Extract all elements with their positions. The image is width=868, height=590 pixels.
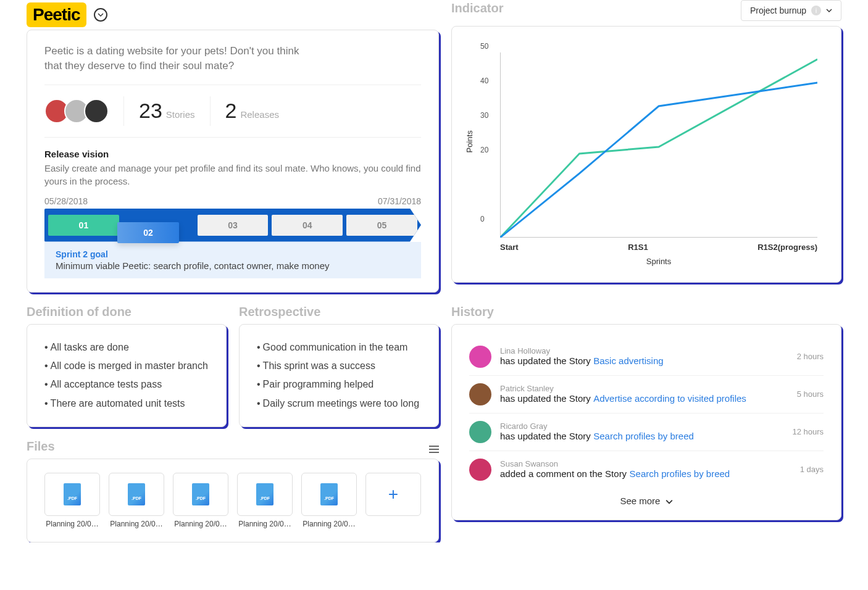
- project-card: Peetic is a dating website for your pets…: [27, 30, 439, 293]
- history-user: Susan Swanson: [500, 459, 791, 468]
- stories-count: 23: [139, 99, 162, 122]
- team-avatars[interactable]: [44, 99, 109, 123]
- history-user: Lina Holloway: [500, 346, 788, 355]
- project-description: Peetic is a dating website for your pets…: [44, 44, 304, 73]
- history-title: History: [451, 305, 841, 319]
- dod-card: All tasks are done All code is merged in…: [27, 324, 227, 428]
- sprint-02[interactable]: 02: [117, 222, 179, 243]
- file-name: Planning 20/0…: [44, 520, 100, 528]
- file[interactable]: [44, 473, 100, 516]
- dod-title: Definition of done: [27, 305, 227, 319]
- history-time: 2 hours: [797, 352, 824, 361]
- indicator-select-label: Project burnup: [750, 6, 806, 15]
- start-date: 05/28/2018: [44, 196, 88, 206]
- x-axis-label: Sprints: [500, 257, 817, 266]
- releases-label: Releases: [240, 109, 279, 120]
- retro-item: Pair programming helped: [257, 375, 421, 394]
- retro-item: This sprint was a success: [257, 357, 421, 375]
- indicator-card: Points 50 40 30 20 0 Start R1S1 R1S2(: [451, 26, 841, 283]
- history-action: has updated the Story: [500, 355, 591, 366]
- retro-title: Retrospective: [239, 305, 439, 319]
- sprint-03[interactable]: 03: [198, 215, 269, 236]
- release-vision-title: Release vision: [44, 149, 421, 159]
- xtick: Start: [500, 243, 519, 252]
- release-bar: 01 03 04 05: [44, 209, 421, 242]
- indicator-select[interactable]: Project burnup i: [741, 0, 841, 21]
- pdf-icon: [128, 483, 145, 505]
- history-item: Lina Holloway has updated the Story Basi…: [469, 338, 824, 376]
- file[interactable]: [173, 473, 228, 516]
- see-more-label: See more: [620, 496, 660, 506]
- retro-item: Good communication in the team: [257, 338, 421, 357]
- avatar[interactable]: [469, 383, 491, 405]
- file-name: Planning 20/0…: [173, 520, 228, 528]
- ytick: 20: [480, 146, 488, 154]
- history-time: 12 hours: [792, 427, 824, 436]
- xtick: R1S2(progress): [757, 243, 817, 252]
- history-user: Patrick Stanley: [500, 384, 788, 393]
- indicator-title: Indicator: [451, 1, 503, 15]
- dod-item: There are automated unit tests: [44, 394, 209, 413]
- history-card: Lina Holloway has updated the Story Basi…: [451, 324, 841, 520]
- burnup-chart: [500, 52, 817, 238]
- history-link[interactable]: Basic advertising: [593, 355, 663, 366]
- logo: Peetic: [27, 2, 86, 27]
- file-name: Planning 20/0…: [237, 520, 293, 528]
- sprint-goal-box: Sprint 2 goal Minimum viable Peetic: sea…: [44, 242, 421, 278]
- see-more-button[interactable]: See more: [469, 488, 824, 506]
- avatar[interactable]: [469, 459, 491, 481]
- retro-card: Good communication in the team This spri…: [239, 324, 439, 428]
- plus-icon: +: [388, 484, 398, 504]
- releases-count: 2: [225, 99, 237, 122]
- history-action: has updated the Story: [500, 393, 591, 404]
- avatar[interactable]: [469, 421, 491, 443]
- files-title: Files: [27, 439, 55, 454]
- add-file-button[interactable]: +: [365, 473, 421, 516]
- chevron-down-icon: [666, 498, 673, 505]
- xtick: R1S1: [628, 243, 648, 252]
- file[interactable]: [109, 473, 164, 516]
- file[interactable]: [237, 473, 293, 516]
- stories-label: Stories: [166, 109, 195, 120]
- release-vision-text: Easily create and manage your pet profil…: [44, 162, 421, 188]
- file[interactable]: [301, 473, 357, 516]
- history-link[interactable]: Search profiles by breed: [593, 431, 694, 441]
- y-axis-label: Points: [465, 130, 474, 152]
- dod-item: All acceptance tests pass: [44, 375, 209, 394]
- avatar[interactable]: [84, 99, 109, 123]
- end-date: 07/31/2018: [378, 196, 421, 206]
- history-time: 5 hours: [797, 389, 824, 399]
- sprint-01[interactable]: 01: [48, 215, 119, 236]
- sprint-goal-text: Minimum viable Peetic: search profile, c…: [56, 260, 410, 271]
- pdf-icon: [256, 483, 273, 505]
- dod-item: All code is merged in master branch: [44, 357, 209, 375]
- ytick: 50: [480, 42, 488, 51]
- history-user: Ricardo Gray: [500, 422, 783, 431]
- history-link[interactable]: Advertise according to visited profiles: [593, 393, 746, 404]
- file-name: Planning 20/0…: [109, 520, 164, 528]
- ytick: 40: [480, 77, 488, 85]
- ytick: 0: [480, 215, 485, 223]
- pdf-icon: [192, 483, 209, 505]
- chevron-down-icon: [826, 7, 832, 14]
- history-item: Patrick Stanley has updated the Story Ad…: [469, 376, 824, 413]
- files-card: Planning 20/0… Planning 20/0… Planning 2…: [27, 459, 439, 542]
- history-link[interactable]: Search profiles by breed: [630, 468, 730, 479]
- file-name: Planning 20/0…: [301, 520, 357, 528]
- retro-item: Daily scrum meetings were too long: [257, 394, 421, 413]
- sprint-04[interactable]: 04: [272, 215, 343, 236]
- history-item: Susan Swanson added a comment on the Sto…: [469, 451, 824, 488]
- ytick: 30: [480, 111, 488, 120]
- history-action: has updated the Story: [500, 431, 591, 441]
- history-action: added a comment on the Story: [500, 468, 627, 479]
- history-item: Ricardo Gray has updated the Story Searc…: [469, 413, 824, 451]
- pdf-icon: [320, 483, 338, 505]
- files-menu-button[interactable]: [429, 446, 439, 453]
- sprint-05[interactable]: 05: [346, 215, 417, 236]
- pdf-icon: [64, 483, 81, 505]
- expand-button[interactable]: [94, 8, 107, 22]
- chevron-down-icon: [98, 12, 104, 18]
- dod-item: All tasks are done: [44, 338, 209, 357]
- info-icon: i: [811, 6, 821, 15]
- avatar[interactable]: [469, 346, 491, 368]
